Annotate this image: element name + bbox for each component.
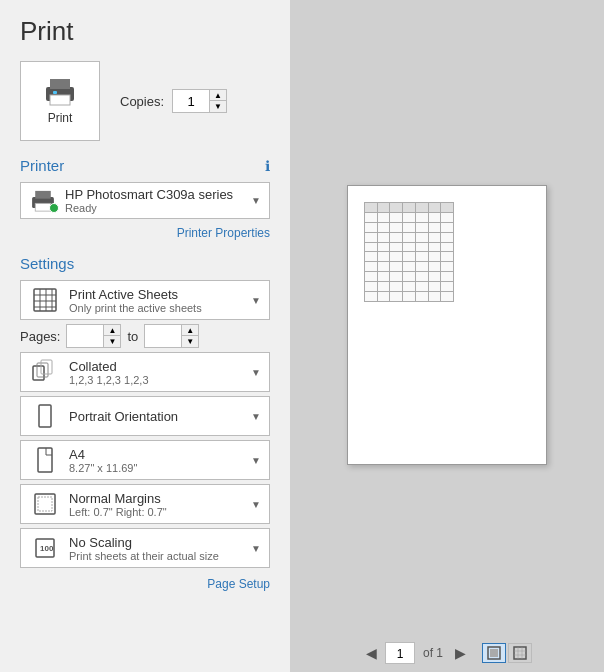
svg-rect-25 (514, 647, 526, 659)
svg-rect-16 (41, 360, 52, 374)
copies-spinner: ▲ ▼ (209, 90, 226, 112)
collated-subtitle: 1,2,3 1,2,3 1,2,3 (69, 374, 247, 386)
printer-properties-link-area: Printer Properties (20, 223, 270, 241)
pages-label: Pages: (20, 329, 60, 344)
portrait-icon (29, 402, 61, 430)
margins-title: Normal Margins (69, 491, 247, 506)
sheets-icon (29, 286, 61, 314)
copies-up-button[interactable]: ▲ (210, 90, 226, 101)
to-label: to (127, 329, 138, 344)
preview-table (364, 202, 454, 302)
preview-page (347, 185, 547, 465)
margins-setting[interactable]: Normal Margins Left: 0.7" Right: 0.7" ▼ (20, 484, 270, 524)
margins-text: Normal Margins Left: 0.7" Right: 0.7" (69, 491, 247, 518)
svg-rect-20 (38, 497, 52, 511)
pages-to-down[interactable]: ▼ (182, 336, 198, 347)
svg-rect-3 (53, 91, 57, 94)
next-page-button[interactable]: ▶ (451, 643, 470, 663)
printer-section: Printer ℹ HP Photosmart C309a series Rea… (20, 157, 270, 241)
printer-select-dropdown[interactable]: HP Photosmart C309a series Ready ▼ (20, 182, 270, 219)
printer-section-header: Printer ℹ (20, 157, 270, 174)
pages-to-wrapper: ▲ ▼ (144, 324, 199, 348)
pages-to-input[interactable] (145, 325, 181, 347)
pages-from-input[interactable] (67, 325, 103, 347)
actual-size-view-button[interactable] (508, 643, 532, 663)
collate-icon (29, 358, 61, 386)
print-active-sheets-arrow: ▼ (251, 295, 261, 306)
svg-rect-1 (50, 79, 70, 89)
settings-header: Settings (20, 255, 270, 272)
paper-size-text: A4 8.27" x 11.69" (69, 447, 247, 474)
copies-down-button[interactable]: ▼ (210, 101, 226, 112)
printer-properties-link[interactable]: Printer Properties (177, 226, 270, 240)
pages-to-spinner: ▲ ▼ (181, 325, 198, 347)
paper-size-setting[interactable]: A4 8.27" x 11.69" ▼ (20, 440, 270, 480)
svg-text:100: 100 (40, 544, 54, 553)
svg-rect-15 (37, 363, 48, 377)
scaling-title: No Scaling (69, 535, 247, 550)
orientation-title: Portrait Orientation (69, 409, 247, 424)
copies-input-wrapper: ▲ ▼ (172, 89, 227, 113)
svg-rect-14 (33, 366, 44, 380)
scaling-subtitle: Print sheets at their actual size (69, 550, 247, 562)
copies-label: Copies: (120, 94, 164, 109)
print-button-label: Print (48, 111, 73, 125)
current-page-number: 1 (385, 642, 415, 664)
scaling-icon: 100 (29, 534, 61, 562)
paper-size-arrow: ▼ (251, 455, 261, 466)
print-active-sheets-setting[interactable]: Print Active Sheets Only print the activ… (20, 280, 270, 320)
collated-text: Collated 1,2,3 1,2,3 1,2,3 (69, 359, 247, 386)
pages-from-up[interactable]: ▲ (104, 325, 120, 336)
settings-header-label: Settings (20, 255, 74, 272)
orientation-text: Portrait Orientation (69, 409, 247, 424)
printer-icon-area (29, 189, 57, 213)
printer-name: HP Photosmart C309a series (65, 187, 251, 202)
margins-arrow: ▼ (251, 499, 261, 510)
printer-status: Ready (65, 202, 251, 214)
copies-input[interactable] (173, 90, 209, 112)
info-icon[interactable]: ℹ (265, 158, 270, 174)
prev-page-button[interactable]: ◀ (362, 643, 381, 663)
orientation-arrow: ▼ (251, 411, 261, 422)
page-setup-link[interactable]: Page Setup (207, 577, 270, 591)
paper-size-title: A4 (69, 447, 247, 462)
page-of-text: of 1 (423, 646, 443, 660)
pages-to-up[interactable]: ▲ (182, 325, 198, 336)
copies-area: Copies: ▲ ▼ (120, 89, 227, 113)
navigation-bar: ◀ 1 of 1 ▶ (362, 642, 532, 664)
svg-rect-17 (39, 405, 51, 427)
margins-subtitle: Left: 0.7" Right: 0.7" (69, 506, 247, 518)
svg-rect-5 (35, 190, 51, 198)
printer-status-dot (49, 203, 59, 213)
pages-from-down[interactable]: ▼ (104, 336, 120, 347)
page-icon (29, 446, 61, 474)
page-setup-link-area: Page Setup (20, 574, 270, 592)
settings-section: Settings Print Active Sheets (20, 255, 270, 592)
svg-rect-2 (50, 95, 70, 105)
view-icons (482, 643, 532, 663)
fit-page-view-button[interactable] (482, 643, 506, 663)
printer-icon (42, 77, 78, 107)
left-panel: Print Print Copies: (0, 0, 290, 672)
print-button-area: Print Copies: ▲ ▼ (20, 61, 270, 141)
collated-title: Collated (69, 359, 247, 374)
svg-rect-24 (490, 649, 498, 657)
svg-rect-18 (38, 448, 52, 472)
orientation-setting[interactable]: Portrait Orientation ▼ (20, 396, 270, 436)
svg-rect-7 (34, 289, 56, 311)
scaling-arrow: ▼ (251, 543, 261, 554)
collated-setting[interactable]: Collated 1,2,3 1,2,3 1,2,3 ▼ (20, 352, 270, 392)
printer-info: HP Photosmart C309a series Ready (65, 187, 251, 214)
page-title: Print (20, 16, 270, 47)
print-active-sheets-subtitle: Only print the active sheets (69, 302, 247, 314)
print-active-sheets-text: Print Active Sheets Only print the activ… (69, 287, 247, 314)
margins-icon (29, 490, 61, 518)
paper-size-subtitle: 8.27" x 11.69" (69, 462, 247, 474)
printer-dropdown-arrow: ▼ (251, 195, 261, 206)
print-active-sheets-title: Print Active Sheets (69, 287, 247, 302)
preview-area (306, 16, 588, 634)
pages-from-spinner: ▲ ▼ (103, 325, 120, 347)
scaling-setting[interactable]: 100 No Scaling Print sheets at their act… (20, 528, 270, 568)
print-button[interactable]: Print (20, 61, 100, 141)
right-panel: ◀ 1 of 1 ▶ (290, 0, 604, 672)
